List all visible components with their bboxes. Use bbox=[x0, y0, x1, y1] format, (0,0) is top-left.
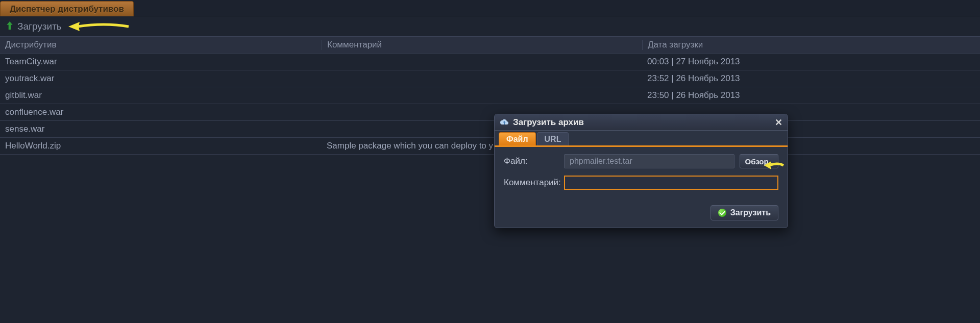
annotation-arrow-upload bbox=[68, 20, 130, 33]
tab-deployment-manager[interactable]: Диспетчер дистрибутивов bbox=[0, 1, 134, 16]
col-header-date[interactable]: Дата загрузки bbox=[642, 40, 980, 50]
upload-archive-dialog: Загрузить архив ✕ Файл URL Файл: phpmail… bbox=[494, 114, 788, 228]
cell-name: sense.war bbox=[0, 124, 322, 134]
dialog-title-text: Загрузить архив bbox=[513, 117, 584, 128]
submit-button-label: Загрузить bbox=[730, 208, 771, 217]
cell-name: TeamCity.war bbox=[0, 57, 322, 67]
table-row[interactable]: TeamCity.war 00:03 | 27 Ноябрь 2013 bbox=[0, 54, 980, 70]
upload-button-label: Загрузить bbox=[17, 21, 62, 32]
comment-input[interactable] bbox=[564, 176, 778, 190]
tab-file[interactable]: Файл bbox=[499, 132, 536, 145]
table-row[interactable]: confluence.war bbox=[0, 104, 980, 121]
cell-name: youtrack.war bbox=[0, 73, 322, 84]
file-name-display: phpmailer.test.tar bbox=[564, 154, 734, 168]
cell-name: confluence.war bbox=[0, 107, 322, 117]
cloud-upload-icon bbox=[500, 119, 509, 126]
dialog-body: Файл: phpmailer.test.tar Обзор.. Коммент… bbox=[495, 147, 788, 205]
col-header-comment[interactable]: Комментарий bbox=[322, 40, 642, 50]
dialog-titlebar[interactable]: Загрузить архив ✕ bbox=[495, 114, 788, 131]
cell-date: 00:03 | 27 Ноябрь 2013 bbox=[642, 57, 980, 67]
table-header: Дистрибутив Комментарий Дата загрузки bbox=[0, 37, 980, 54]
tab-url-label: URL bbox=[545, 135, 561, 144]
comment-label: Комментарий: bbox=[504, 178, 564, 188]
tab-file-label: Файл bbox=[506, 135, 528, 144]
dialog-footer: Загрузить bbox=[495, 205, 788, 228]
tab-url[interactable]: URL bbox=[537, 132, 569, 145]
table-row[interactable]: sense.war bbox=[0, 121, 980, 138]
toolbar: Загрузить bbox=[0, 16, 980, 37]
ok-check-icon bbox=[718, 209, 726, 217]
cell-name: HelloWorld.zip bbox=[0, 141, 322, 151]
col-header-name[interactable]: Дистрибутив bbox=[0, 40, 322, 50]
cell-date: 23:50 | 26 Ноябрь 2013 bbox=[642, 90, 980, 101]
table-row[interactable]: gitblit.war 23:50 | 26 Ноябрь 2013 bbox=[0, 87, 980, 104]
comment-row: Комментарий: bbox=[504, 176, 778, 190]
file-row: Файл: phpmailer.test.tar Обзор.. bbox=[504, 154, 778, 168]
deployment-table: Дистрибутив Комментарий Дата загрузки Te… bbox=[0, 37, 980, 155]
dialog-tabs: Файл URL bbox=[495, 131, 788, 147]
submit-upload-button[interactable]: Загрузить bbox=[710, 205, 778, 220]
tab-bar: Диспетчер дистрибутивов bbox=[0, 0, 980, 16]
tab-label: Диспетчер дистрибутивов bbox=[10, 4, 124, 14]
browse-button-label: Обзор.. bbox=[745, 157, 773, 166]
upload-arrow-icon bbox=[6, 21, 13, 32]
close-icon[interactable]: ✕ bbox=[775, 117, 782, 128]
upload-button[interactable]: Загрузить bbox=[6, 21, 62, 32]
table-row[interactable]: youtrack.war 23:52 | 26 Ноябрь 2013 bbox=[0, 70, 980, 87]
browse-button[interactable]: Обзор.. bbox=[740, 154, 778, 168]
cell-date: 23:52 | 26 Ноябрь 2013 bbox=[642, 73, 980, 84]
cell-name: gitblit.war bbox=[0, 90, 322, 101]
table-row[interactable]: HelloWorld.zip Sample package which you … bbox=[0, 138, 980, 155]
file-label: Файл: bbox=[504, 156, 564, 166]
